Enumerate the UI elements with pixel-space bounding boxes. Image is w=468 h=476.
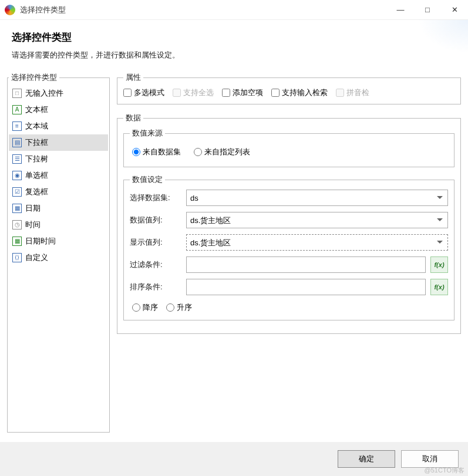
filter-input[interactable] [186,256,426,273]
type-item-10[interactable]: ⟨⟩自定义 [9,249,108,266]
order-radio[interactable] [166,303,174,312]
ok-button[interactable]: 确定 [338,450,395,468]
prop-label: 多选模式 [134,87,164,98]
maximize-button[interactable]: □ [414,0,441,19]
type-label: 单选框 [25,170,48,181]
display-col-label: 显示值列: [130,237,181,248]
type-label: 日期时间 [25,236,56,247]
source-radio[interactable] [194,148,202,156]
type-icon: A [12,105,22,114]
data-col-label: 数据值列: [130,215,181,225]
prop-label: 支持全选 [183,87,214,98]
type-item-5[interactable]: ◉单选框 [9,167,108,184]
prop-option-3[interactable]: 支持输入检索 [271,87,328,98]
type-icon: ◷ [12,220,22,229]
window-title: 选择控件类型 [20,5,387,15]
order-option-0[interactable]: 降序 [132,302,158,313]
order-option-1[interactable]: 升序 [166,302,192,313]
prop-checkbox[interactable] [222,89,230,97]
sort-fx-button[interactable]: f(x) [430,279,448,295]
prop-label: 拼音检 [346,87,369,98]
page-subtitle: 请选择需要的控件类型，并进行数据和属性设定。 [12,50,456,60]
source-label: 来自数据集 [143,147,181,157]
prop-checkbox [336,89,344,97]
type-label: 下拉树 [25,154,48,164]
source-radio[interactable] [132,148,140,156]
page-title: 选择控件类型 [12,31,456,44]
prop-label: 添加空项 [233,87,263,98]
data-col-select[interactable]: ds.货主地区 [186,212,448,228]
cancel-button[interactable]: 取消 [401,450,459,468]
minimize-button[interactable]: — [387,0,414,19]
source-label: 来自指定列表 [204,147,250,157]
prop-checkbox[interactable] [123,89,132,97]
type-icon: ☰ [12,154,22,164]
prop-option-0[interactable]: 多选模式 [123,87,164,98]
type-item-4[interactable]: ☰下拉树 [9,151,108,167]
source-fieldset: 数值来源 来自数据集来自指定列表 [123,128,454,167]
settings-legend: 数值设定 [130,174,165,185]
order-label: 升序 [177,302,192,313]
data-legend: 数据 [123,113,143,123]
type-label: 复选框 [25,187,48,197]
properties-legend: 属性 [123,72,143,83]
data-fieldset: 数据 数值来源 来自数据集来自指定列表 数值设定 选择数据集: ds 数据值列: [117,113,461,334]
order-label: 降序 [143,302,158,313]
type-icon: ⟨⟩ [12,253,22,262]
type-item-8[interactable]: ◷时间 [9,217,108,233]
prop-label: 支持输入检索 [282,87,328,98]
control-type-legend: 选择控件类型 [9,72,59,83]
type-icon: ◉ [12,171,22,180]
dataset-label: 选择数据集: [130,193,181,203]
source-option-1[interactable]: 来自指定列表 [194,147,250,157]
type-item-9[interactable]: ▦日期时间 [9,233,108,249]
type-label: 文本域 [25,121,48,131]
control-type-fieldset: 选择控件类型 □无输入控件A文本框≡文本域▤下拉框☰下拉树◉单选框☑复选框▦日期… [7,72,110,433]
type-item-2[interactable]: ≡文本域 [9,118,108,134]
type-icon: ▦ [12,237,22,246]
sort-input[interactable] [186,279,426,295]
prop-option-2[interactable]: 添加空项 [222,87,263,98]
header-decoration [386,20,468,73]
type-item-3[interactable]: ▤下拉框 [9,134,108,151]
filter-label: 过滤条件: [130,259,181,270]
prop-checkbox[interactable] [271,89,280,97]
type-item-6[interactable]: ☑复选框 [9,184,108,200]
dataset-select[interactable]: ds [186,190,448,206]
type-label: 无输入控件 [25,88,63,99]
type-label: 时间 [25,220,41,230]
type-label: 文本框 [25,104,48,115]
properties-fieldset: 属性 多选模式支持全选添加空项支持输入检索拼音检 [117,72,461,104]
type-icon: ☑ [12,187,22,197]
filter-fx-button[interactable]: f(x) [430,256,448,273]
watermark: @51CTO博客 [425,466,464,475]
display-col-select[interactable]: ds.货主地区 [186,234,448,251]
type-item-1[interactable]: A文本框 [9,102,108,118]
type-icon: ≡ [12,121,22,131]
source-option-0[interactable]: 来自数据集 [132,147,181,157]
close-button[interactable]: ✕ [441,0,468,19]
source-legend: 数值来源 [130,128,165,139]
sort-label: 排序条件: [130,282,181,292]
type-label: 下拉框 [25,137,48,148]
settings-fieldset: 数值设定 选择数据集: ds 数据值列: ds.货主地区 显 [123,174,454,320]
type-item-7[interactable]: ▦日期 [9,200,108,217]
app-icon [5,5,15,15]
prop-checkbox [173,89,181,97]
prop-option-1: 支持全选 [173,87,214,98]
type-icon: □ [12,89,22,98]
type-label: 日期 [25,203,41,214]
order-radio[interactable] [132,303,140,312]
type-icon: ▦ [12,204,22,213]
prop-option-4: 拼音检 [336,87,369,98]
type-label: 自定义 [25,252,48,263]
type-icon: ▤ [12,138,22,147]
type-item-0[interactable]: □无输入控件 [9,85,108,102]
